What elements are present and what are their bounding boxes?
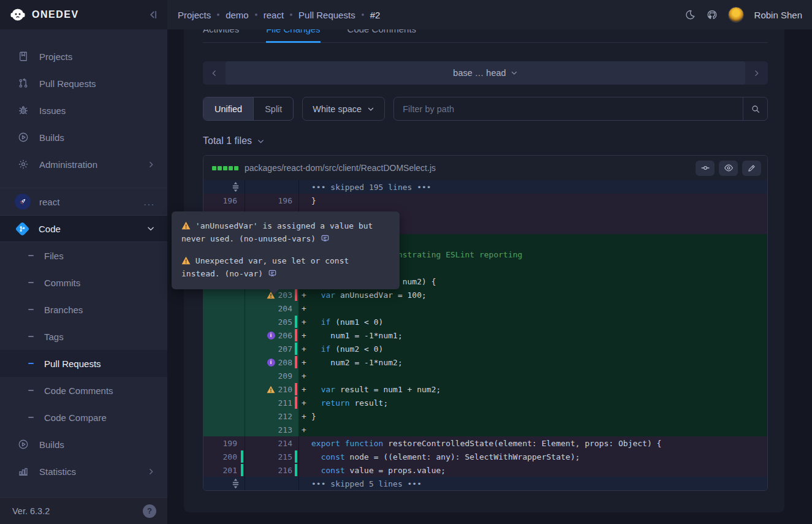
breadcrumb-pull-requests[interactable]: Pull Requests [298, 10, 355, 20]
lint-message: 'anUnusedVar' is assigned a value but ne… [181, 220, 390, 246]
code-cell: const value = props.value; [299, 463, 767, 477]
new-line-gutter: 211 [245, 396, 299, 409]
expand-lines-icon[interactable] [232, 182, 240, 192]
unified-button[interactable]: Unified [203, 97, 253, 120]
breadcrumb-pr-number: #2 [370, 10, 381, 20]
dash-bullet [28, 417, 34, 418]
dash-bullet [28, 255, 34, 256]
sidebar-item-project-builds[interactable]: Builds [0, 431, 167, 458]
lint-message-text: 'anUnusedVar' is assigned a value but ne… [181, 221, 373, 243]
lint-message: Unexpected var, use let or const instead… [181, 255, 390, 281]
new-line-gutter [245, 477, 299, 490]
breadcrumb-separator [362, 13, 364, 16]
new-line-number: 209 [278, 371, 292, 381]
skipped-lines-label: ••• skipped 195 lines ••• [311, 183, 431, 192]
new-line-number: 208 [278, 358, 292, 367]
sidebar-item-label: Issues [39, 105, 66, 116]
gear-icon [17, 159, 29, 170]
new-line-gutter: 204 [245, 302, 299, 315]
rocket-icon [15, 194, 31, 210]
commit-icon [700, 163, 710, 173]
sidebar-item-files[interactable]: Files [0, 242, 167, 269]
file-actions [696, 161, 761, 176]
old-line-gutter [203, 315, 245, 328]
info-icon[interactable]: i [267, 359, 275, 366]
old-line-number: 196 [223, 196, 237, 205]
tab-file-changes[interactable]: File Changes [266, 29, 320, 43]
edit-file-button[interactable] [742, 161, 761, 176]
comment-bubble-icon[interactable] [268, 269, 277, 281]
sidebar-item-code-comments[interactable]: Code Comments [0, 377, 167, 404]
diff-controls: Unified Split White space [203, 97, 768, 121]
app-name: ONEDEV [32, 9, 79, 20]
new-line-number: 204 [278, 304, 292, 313]
file-path[interactable]: packages/react-dom/src/client/ReactDOMSe… [245, 163, 436, 173]
new-line-number: 211 [278, 398, 292, 408]
pencil-icon [747, 164, 756, 173]
whitespace-dropdown[interactable]: White space [302, 97, 385, 121]
sidebar-item-pull-requests[interactable]: Pull Requests [0, 70, 167, 97]
sidebar-item-statistics[interactable]: Statistics [0, 458, 167, 485]
new-line-gutter: 205 [245, 315, 299, 328]
range-selector[interactable]: base … head [226, 61, 745, 85]
diff-row: 212+} [203, 409, 767, 423]
user-name[interactable]: Robin Shen [754, 10, 802, 20]
diff-row: 201216 const value = props.value; [203, 463, 767, 477]
total-files-dropdown[interactable]: Total 1 files [203, 135, 265, 146]
commit-button[interactable] [696, 161, 715, 176]
warning-icon[interactable] [267, 385, 275, 393]
filter-by-path-input[interactable] [394, 97, 743, 120]
onedev-logo-icon[interactable] [10, 7, 26, 23]
sidebar-item-tags[interactable]: Tags [0, 323, 167, 350]
sidebar-item-pull-requests-sub[interactable]: Pull Requests [0, 350, 167, 377]
expand-lines-icon[interactable] [232, 479, 240, 488]
sidebar-item-builds[interactable]: Builds [0, 124, 167, 151]
code-line: var anUnusedVar = 100; [311, 290, 427, 300]
old-line-gutter [203, 328, 245, 342]
diff-line-prefix: + [302, 290, 311, 300]
sidebar-item-projects[interactable]: Projects [0, 43, 167, 70]
code-line: export function restoreControlledState(e… [311, 439, 661, 448]
breadcrumb-separator [217, 13, 219, 16]
search-button[interactable] [743, 97, 767, 120]
diff-skipped-row: ••• skipped 195 lines ••• [203, 180, 767, 194]
new-line-gutter: 213 [245, 423, 299, 436]
diff-line-prefix: + [302, 331, 311, 340]
breadcrumb-projects[interactable]: Projects [178, 10, 211, 20]
comment-bubble-icon[interactable] [321, 234, 330, 246]
sidebar-item-issues[interactable]: Issues [0, 97, 167, 124]
coverage-bar-red [295, 356, 297, 368]
info-icon[interactable]: i [267, 332, 275, 340]
sidebar-section-label: Code [39, 224, 61, 234]
range-next-button[interactable] [745, 61, 768, 85]
coverage-bar-red [295, 383, 297, 395]
sidebar-item-commits[interactable]: Commits [0, 269, 167, 296]
sidebar-project-react[interactable]: react ... [0, 188, 167, 215]
user-avatar[interactable] [728, 7, 744, 23]
sidebar-section-code[interactable]: Code [0, 215, 167, 242]
sidebar-item-code-compare[interactable]: Code Compare [0, 404, 167, 431]
breadcrumb-demo[interactable]: demo [226, 10, 249, 20]
tab-code-comments[interactable]: Code Comments [347, 29, 417, 43]
lint-message-text: Unexpected var, use let or const instead… [181, 256, 349, 278]
split-button[interactable]: Split [253, 97, 293, 120]
moon-icon[interactable] [685, 9, 696, 20]
sidebar-collapse-icon[interactable] [148, 9, 159, 20]
view-file-button[interactable] [719, 161, 738, 176]
sidebar-item-administration[interactable]: Administration [0, 151, 167, 178]
sidebar-item-label: Tags [44, 332, 64, 342]
help-icon[interactable]: ? [143, 504, 156, 518]
git-branch-icon [15, 221, 29, 236]
range-label: base … head [453, 68, 506, 78]
sidebar-item-branches[interactable]: Branches [0, 296, 167, 323]
coverage-bar-teal [295, 343, 297, 355]
coverage-bar-red [295, 289, 297, 301]
more-menu-icon[interactable]: ... [143, 197, 155, 207]
github-icon[interactable] [706, 9, 718, 21]
range-prev-button[interactable] [203, 61, 226, 85]
skipped-lines-label: ••• skipped 5 lines ••• [311, 479, 422, 488]
breadcrumb-react[interactable]: react [264, 10, 284, 20]
diff-row: i206+ num1 = -1*num1; [203, 328, 767, 342]
diff-mode-toggle: Unified Split [203, 97, 294, 121]
tab-activities[interactable]: Activities [203, 29, 239, 43]
